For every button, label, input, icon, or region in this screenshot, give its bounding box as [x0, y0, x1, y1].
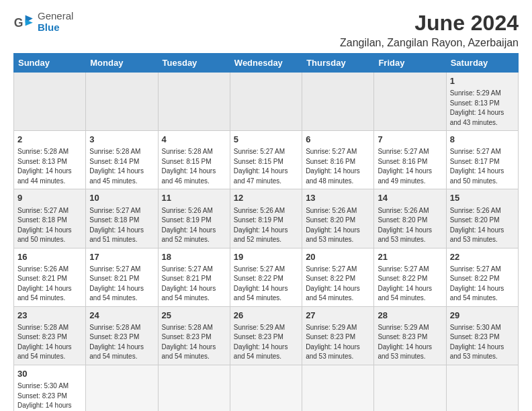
day-info: Sunrise: 5:27 AM Sunset: 8:22 PM Dayligh…: [234, 265, 298, 304]
calendar-cell: [14, 73, 86, 131]
weekday-header-saturday: Saturday: [446, 54, 518, 73]
day-info: Sunrise: 5:30 AM Sunset: 8:23 PM Dayligh…: [17, 381, 82, 411]
day-info: Sunrise: 5:28 AM Sunset: 8:23 PM Dayligh…: [89, 323, 154, 362]
day-info: Sunrise: 5:26 AM Sunset: 8:20 PM Dayligh…: [378, 206, 442, 245]
calendar-cell: 28Sunrise: 5:29 AM Sunset: 8:23 PM Dayli…: [374, 306, 446, 365]
calendar-cell: 14Sunrise: 5:26 AM Sunset: 8:20 PM Dayli…: [374, 189, 446, 248]
calendar-cell: 8Sunrise: 5:27 AM Sunset: 8:17 PM Daylig…: [446, 131, 518, 189]
calendar-cell: 4Sunrise: 5:28 AM Sunset: 8:15 PM Daylig…: [158, 131, 230, 189]
day-number: 5: [234, 134, 298, 146]
day-number: 17: [89, 251, 154, 263]
day-info: Sunrise: 5:28 AM Sunset: 8:23 PM Dayligh…: [162, 323, 226, 362]
day-info: Sunrise: 5:28 AM Sunset: 8:13 PM Dayligh…: [17, 147, 82, 186]
day-number: 24: [89, 310, 154, 322]
day-number: 11: [162, 192, 226, 204]
day-info: Sunrise: 5:28 AM Sunset: 8:14 PM Dayligh…: [89, 147, 154, 186]
calendar-week-row: 9Sunrise: 5:27 AM Sunset: 8:18 PM Daylig…: [14, 189, 519, 248]
calendar-cell: 30Sunrise: 5:30 AM Sunset: 8:23 PM Dayli…: [14, 365, 86, 411]
logo-text: General Blue: [38, 11, 73, 33]
day-number: 12: [234, 192, 298, 204]
day-number: 20: [306, 251, 370, 263]
day-info: Sunrise: 5:27 AM Sunset: 8:21 PM Dayligh…: [162, 265, 226, 304]
day-info: Sunrise: 5:27 AM Sunset: 8:16 PM Dayligh…: [306, 147, 370, 186]
day-number: 23: [17, 310, 82, 322]
day-info: Sunrise: 5:27 AM Sunset: 8:18 PM Dayligh…: [89, 206, 154, 245]
calendar-cell: 15Sunrise: 5:26 AM Sunset: 8:20 PM Dayli…: [446, 189, 518, 248]
day-number: 10: [89, 192, 154, 204]
calendar-cell: 12Sunrise: 5:26 AM Sunset: 8:19 PM Dayli…: [230, 189, 302, 248]
day-number: 16: [17, 251, 82, 263]
calendar-cell: 24Sunrise: 5:28 AM Sunset: 8:23 PM Dayli…: [86, 306, 158, 365]
day-info: Sunrise: 5:28 AM Sunset: 8:23 PM Dayligh…: [17, 323, 82, 362]
weekday-header-wednesday: Wednesday: [230, 54, 302, 73]
calendar-cell: 2Sunrise: 5:28 AM Sunset: 8:13 PM Daylig…: [14, 131, 86, 189]
day-info: Sunrise: 5:27 AM Sunset: 8:22 PM Dayligh…: [378, 265, 442, 304]
calendar-cell: 13Sunrise: 5:26 AM Sunset: 8:20 PM Dayli…: [302, 189, 374, 248]
day-number: 14: [378, 192, 442, 204]
calendar-cell: [86, 73, 158, 131]
weekday-header-friday: Friday: [374, 54, 446, 73]
calendar-week-row: 2Sunrise: 5:28 AM Sunset: 8:13 PM Daylig…: [14, 131, 519, 189]
calendar-cell: 25Sunrise: 5:28 AM Sunset: 8:23 PM Dayli…: [158, 306, 230, 365]
calendar-week-row: 16Sunrise: 5:26 AM Sunset: 8:21 PM Dayli…: [14, 248, 519, 306]
svg-text:G: G: [14, 16, 24, 30]
calendar-cell: 23Sunrise: 5:28 AM Sunset: 8:23 PM Dayli…: [14, 306, 86, 365]
day-info: Sunrise: 5:27 AM Sunset: 8:17 PM Dayligh…: [450, 147, 515, 186]
calendar-cell: [374, 365, 446, 411]
calendar-header-row: SundayMondayTuesdayWednesdayThursdayFrid…: [14, 54, 519, 73]
calendar-week-row: 30Sunrise: 5:30 AM Sunset: 8:23 PM Dayli…: [14, 365, 519, 411]
calendar-week-row: 23Sunrise: 5:28 AM Sunset: 8:23 PM Dayli…: [14, 306, 519, 365]
calendar-cell: [302, 365, 374, 411]
day-number: 9: [17, 192, 82, 204]
calendar-cell: 17Sunrise: 5:27 AM Sunset: 8:21 PM Dayli…: [86, 248, 158, 306]
day-info: Sunrise: 5:29 AM Sunset: 8:13 PM Dayligh…: [450, 89, 515, 128]
day-number: 22: [450, 251, 515, 263]
calendar-cell: 10Sunrise: 5:27 AM Sunset: 8:18 PM Dayli…: [86, 189, 158, 248]
day-number: 6: [306, 134, 370, 146]
weekday-header-monday: Monday: [86, 54, 158, 73]
calendar-cell: [86, 365, 158, 411]
day-info: Sunrise: 5:27 AM Sunset: 8:16 PM Dayligh…: [378, 147, 442, 186]
calendar-cell: 1Sunrise: 5:29 AM Sunset: 8:13 PM Daylig…: [446, 73, 518, 131]
calendar-cell: 26Sunrise: 5:29 AM Sunset: 8:23 PM Dayli…: [230, 306, 302, 365]
day-info: Sunrise: 5:28 AM Sunset: 8:15 PM Dayligh…: [162, 147, 226, 186]
calendar-cell: [230, 365, 302, 411]
day-number: 26: [234, 310, 298, 322]
day-info: Sunrise: 5:27 AM Sunset: 8:22 PM Dayligh…: [306, 265, 370, 304]
calendar-cell: 29Sunrise: 5:30 AM Sunset: 8:23 PM Dayli…: [446, 306, 518, 365]
day-info: Sunrise: 5:27 AM Sunset: 8:22 PM Dayligh…: [450, 265, 515, 304]
day-number: 25: [162, 310, 226, 322]
day-number: 8: [450, 134, 515, 146]
calendar-cell: 27Sunrise: 5:29 AM Sunset: 8:23 PM Dayli…: [302, 306, 374, 365]
calendar-cell: 20Sunrise: 5:27 AM Sunset: 8:22 PM Dayli…: [302, 248, 374, 306]
day-number: 27: [306, 310, 370, 322]
page-header: G General Blue June 2024 Zangilan, Zangi…: [13, 11, 519, 49]
day-number: 3: [89, 134, 154, 146]
day-number: 29: [450, 310, 515, 322]
day-info: Sunrise: 5:26 AM Sunset: 8:20 PM Dayligh…: [450, 206, 515, 245]
calendar-cell: [302, 73, 374, 131]
calendar-cell: 9Sunrise: 5:27 AM Sunset: 8:18 PM Daylig…: [14, 189, 86, 248]
calendar-cell: 3Sunrise: 5:28 AM Sunset: 8:14 PM Daylig…: [86, 131, 158, 189]
day-number: 1: [450, 75, 515, 87]
day-number: 21: [378, 251, 442, 263]
location-subtitle: Zangilan, Zangilan Rayon, Azerbaijan: [340, 37, 519, 49]
calendar-cell: 11Sunrise: 5:26 AM Sunset: 8:19 PM Dayli…: [158, 189, 230, 248]
calendar-cell: [230, 73, 302, 131]
month-year-title: June 2024: [340, 11, 519, 36]
day-info: Sunrise: 5:30 AM Sunset: 8:23 PM Dayligh…: [450, 323, 515, 362]
day-number: 13: [306, 192, 370, 204]
weekday-header-thursday: Thursday: [302, 54, 374, 73]
day-info: Sunrise: 5:29 AM Sunset: 8:23 PM Dayligh…: [378, 323, 442, 362]
day-info: Sunrise: 5:29 AM Sunset: 8:23 PM Dayligh…: [306, 323, 370, 362]
day-info: Sunrise: 5:26 AM Sunset: 8:21 PM Dayligh…: [17, 265, 82, 304]
day-number: 28: [378, 310, 442, 322]
calendar-cell: 6Sunrise: 5:27 AM Sunset: 8:16 PM Daylig…: [302, 131, 374, 189]
calendar-cell: 5Sunrise: 5:27 AM Sunset: 8:15 PM Daylig…: [230, 131, 302, 189]
day-info: Sunrise: 5:29 AM Sunset: 8:23 PM Dayligh…: [234, 323, 298, 362]
day-number: 19: [234, 251, 298, 263]
calendar-cell: [374, 73, 446, 131]
calendar-cell: [158, 365, 230, 411]
day-number: 30: [17, 368, 82, 380]
day-info: Sunrise: 5:26 AM Sunset: 8:20 PM Dayligh…: [306, 206, 370, 245]
